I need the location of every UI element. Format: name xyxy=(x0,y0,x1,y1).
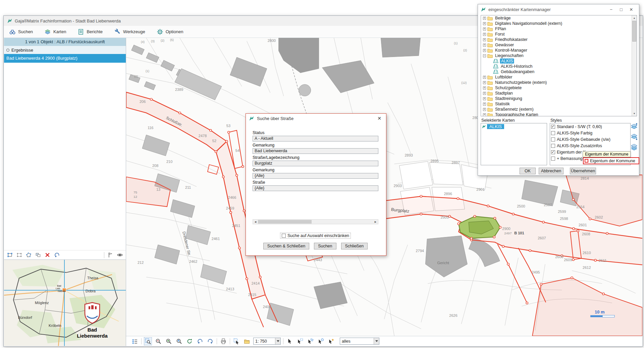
abbrechen-button[interactable]: Abbrechen xyxy=(539,168,564,174)
select-point-button[interactable] xyxy=(286,337,294,345)
expander-icon[interactable] xyxy=(483,108,486,111)
highlighted-checkbox[interactable] xyxy=(585,159,588,163)
zoom-next-button[interactable] xyxy=(206,337,214,345)
scroll-left-icon[interactable] xyxy=(253,220,258,224)
horizontal-scrollbar[interactable] xyxy=(253,219,378,224)
refresh-button[interactable] xyxy=(185,337,194,345)
expander-icon[interactable] xyxy=(483,81,486,84)
strasse-lagebezeichnung-field[interactable]: Burgplatz xyxy=(253,161,378,166)
scale-combobox[interactable]: 1: 750 xyxy=(253,338,281,345)
style-standard-sw[interactable]: Standard - S/W (T: 0,60) xyxy=(550,123,630,130)
overview-map-panel[interactable]: TheisaDobraMöglenzBürxdorfKröbelnBadLieb… xyxy=(4,259,126,346)
select-special-button[interactable] xyxy=(327,337,335,345)
menu-karten[interactable]: Karten xyxy=(44,28,66,35)
layer-down-icon[interactable] xyxy=(630,133,638,140)
overview-map[interactable]: TheisaDobraMöglenzBürxdorfKröbelnBadLieb… xyxy=(4,260,126,346)
tree-item-naturschutzgebiete[interactable]: Naturschutzgebiete (extern) xyxy=(481,80,637,85)
expander-icon[interactable] xyxy=(483,92,486,95)
scrollbar-thumb[interactable] xyxy=(632,21,636,42)
scroll-down-icon[interactable] xyxy=(632,111,637,116)
tree-item-liegenschaften[interactable]: Liegenschaften xyxy=(481,53,637,58)
style-alkis-farbig[interactable]: ALKIS-Style Farbig xyxy=(550,130,630,136)
selected-map-alkis[interactable]: ALKIS xyxy=(481,123,547,129)
chevron-down-icon[interactable] xyxy=(374,338,379,344)
expander-icon[interactable] xyxy=(483,97,486,100)
select-polygon-icon[interactable] xyxy=(25,252,32,258)
identify-button[interactable] xyxy=(232,337,240,345)
zoom-window-button[interactable] xyxy=(144,337,152,345)
eye-icon[interactable] xyxy=(117,252,123,258)
ok-button[interactable]: OK xyxy=(520,168,536,174)
select-add-icon[interactable] xyxy=(16,252,22,258)
print-button[interactable] xyxy=(219,337,227,345)
undo-selection-icon[interactable] xyxy=(54,252,60,258)
tree-item-forst[interactable]: Forst xyxy=(481,32,637,37)
flag-icon[interactable] xyxy=(107,252,114,258)
checkbox-checked-icon[interactable] xyxy=(551,150,555,154)
tree-item-gebaeudeangaben[interactable]: Gebäudeangaben xyxy=(481,69,637,74)
tree-scrollbar[interactable] xyxy=(632,15,637,116)
tree-item-fplan[interactable]: FPlan xyxy=(481,26,637,32)
pan-button[interactable] xyxy=(175,337,183,345)
select-circle-button[interactable] xyxy=(317,337,325,345)
tree-item-statistik[interactable]: Statistik xyxy=(481,101,637,107)
tree-item-stadtreinigung[interactable]: Stadtreinigung xyxy=(481,96,637,101)
scroll-right-icon[interactable] xyxy=(373,220,378,224)
zoom-out-button[interactable] xyxy=(154,337,162,345)
checkbox-icon[interactable] xyxy=(551,137,555,141)
expander-icon[interactable] xyxy=(483,113,486,116)
select-rect-button[interactable] xyxy=(296,337,304,345)
checkbox-icon[interactable] xyxy=(551,144,555,148)
suchen-schliessen-button[interactable]: Suchen & Schließen xyxy=(263,243,309,249)
close-icon[interactable] xyxy=(626,6,636,13)
status-field[interactable]: A - Aktuell xyxy=(253,136,378,141)
maximize-icon[interactable] xyxy=(616,6,626,13)
expander-icon[interactable] xyxy=(483,22,486,25)
menu-werkzeuge[interactable]: Werkzeuge xyxy=(114,28,145,35)
results-group[interactable]: Ergebnisse xyxy=(4,46,126,54)
filter-combobox[interactable]: alles xyxy=(340,338,379,345)
select-intersect-icon[interactable] xyxy=(35,252,41,258)
uebernehmen-button[interactable]: Übernehmen xyxy=(570,168,596,174)
menu-optionen[interactable]: Optionen xyxy=(157,28,183,35)
expander-icon[interactable] xyxy=(483,54,486,57)
expander-icon[interactable] xyxy=(483,76,486,79)
layer-up-icon[interactable] xyxy=(630,122,638,130)
tree-item-alkis[interactable]: ALKIS xyxy=(481,58,637,64)
scroll-up-icon[interactable] xyxy=(632,15,637,20)
expander-icon[interactable] xyxy=(483,86,486,90)
checkbox-icon[interactable] xyxy=(551,157,555,161)
checkbox-checked-icon[interactable] xyxy=(551,125,555,129)
tree-item-alkis-historisch[interactable]: ALKIS-Historisch xyxy=(481,64,637,69)
open-button[interactable] xyxy=(243,337,251,345)
chevron-down-icon[interactable] xyxy=(275,338,280,344)
expander-icon[interactable] xyxy=(483,33,486,36)
minimize-icon[interactable] xyxy=(606,6,616,13)
style-alkis-zusatzinfos[interactable]: ALKIS-Style Zusatzinfos xyxy=(550,142,630,149)
zoom-previous-button[interactable] xyxy=(196,337,204,345)
menu-suchen[interactable]: Suchen xyxy=(9,28,33,35)
restrict-checkbox-group[interactable]: Suche auf Auswahl einschränken xyxy=(280,233,351,239)
checkbox-icon[interactable] xyxy=(551,131,555,135)
style-highlight-overlay[interactable]: Eigentum der Kommune xyxy=(583,157,639,164)
zoom-in-button[interactable] xyxy=(165,337,173,345)
scrollbar-thumb[interactable] xyxy=(258,220,312,224)
tree-item-digitales-navigationsmodell[interactable]: Digitales Navigationsmodell (extern) xyxy=(481,21,637,26)
tree-item-topographische-karten[interactable]: Topographische Karten xyxy=(481,112,637,116)
tree-item-beitraege[interactable]: Beiträge xyxy=(481,15,637,21)
menu-berichte[interactable]: Berichte xyxy=(77,28,103,35)
expander-icon[interactable] xyxy=(483,49,486,52)
layers-icon[interactable] xyxy=(630,143,638,151)
schliessen-button[interactable]: Schließen xyxy=(341,243,368,249)
tree-item-stadtplan[interactable]: Stadtplan xyxy=(481,91,637,96)
expander-icon[interactable] xyxy=(483,17,486,20)
select-rect-icon[interactable] xyxy=(7,252,13,258)
expander-icon[interactable] xyxy=(483,103,486,106)
result-item-selected[interactable]: Bad Liebenwerda 4 2900 (Burgplatz) xyxy=(4,54,126,63)
tree-item-gewaesser[interactable]: Gewässer xyxy=(481,42,637,48)
restrict-checkbox[interactable] xyxy=(282,234,286,238)
tree-item-kontroll-manager[interactable]: Kontroll-Manager xyxy=(481,48,637,53)
select-polygon-button[interactable] xyxy=(307,337,315,345)
tree-item-strassennetz[interactable]: Straßennetz (extern) xyxy=(481,107,637,112)
tree-item-luftbilder[interactable]: Luftbilder xyxy=(481,74,637,80)
